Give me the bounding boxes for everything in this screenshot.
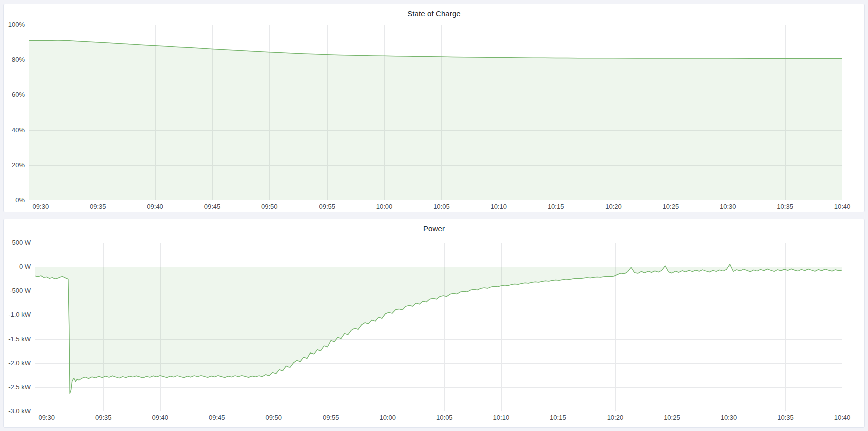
x-tick-label: 09:50 [253,203,285,211]
x-tick-label: 09:45 [196,203,228,211]
soc-plot-area[interactable] [29,25,842,200]
y-tick-label: -1.0 kW [4,311,31,319]
x-tick-label: 09:50 [258,414,290,422]
series-area-fill [29,40,842,200]
y-tick-label: -500 W [4,287,31,295]
x-tick-label: 10:30 [713,414,745,422]
x-tick-label: 10:20 [599,414,631,422]
panel-title-power[interactable]: Power [4,224,864,233]
x-tick-label: 09:30 [31,414,63,422]
x-tick-label: 10:15 [542,414,574,422]
x-tick-label: 09:30 [25,203,57,211]
x-tick-label: 10:05 [425,203,457,211]
y-tick-label: 60% [4,91,25,99]
x-tick-label: 10:10 [485,414,517,422]
y-tick-label: 100% [4,21,25,29]
x-tick-label: 10:35 [769,203,801,211]
x-tick-label: 09:55 [315,414,347,422]
x-tick-label: 10:35 [769,414,801,422]
y-tick-label: -3.0 kW [4,407,31,415]
series-area-fill [35,264,842,394]
x-tick-label: 10:15 [540,203,572,211]
x-tick-label: 09:40 [144,414,176,422]
x-tick-label: 10:00 [368,203,400,211]
x-tick-label: 09:55 [311,203,343,211]
power-plot-area[interactable] [35,243,842,411]
x-tick-label: 09:45 [201,414,233,422]
x-tick-label: 10:10 [483,203,515,211]
y-tick-label: 0% [4,196,25,204]
y-tick-label: 40% [4,126,25,134]
y-tick-label: -1.5 kW [4,335,31,343]
x-tick-label: 09:40 [139,203,171,211]
x-tick-label: 10:40 [826,414,858,422]
x-tick-label: 10:40 [826,203,858,211]
x-tick-label: 10:30 [712,203,744,211]
y-tick-label: 20% [4,161,25,169]
x-tick-label: 10:20 [598,203,630,211]
y-tick-label: 0 W [4,263,31,271]
panel-state-of-charge: State of Charge 100%80%60%40%20%0%09:300… [3,4,865,212]
y-tick-label: 500 W [4,239,31,247]
x-tick-label: 09:35 [82,203,114,211]
x-tick-label: 10:25 [656,414,688,422]
y-tick-label: 80% [4,56,25,64]
x-tick-label: 10:00 [372,414,404,422]
x-tick-label: 09:35 [87,414,119,422]
y-tick-label: -2.5 kW [4,383,31,391]
panel-power: Power 500 W0 W-500 W-1.0 kW-1.5 kW-2.0 k… [3,219,865,428]
y-tick-label: -2.0 kW [4,359,31,367]
x-tick-label: 10:25 [655,203,687,211]
x-tick-label: 10:05 [428,414,460,422]
panel-title-state-of-charge[interactable]: State of Charge [4,9,864,18]
